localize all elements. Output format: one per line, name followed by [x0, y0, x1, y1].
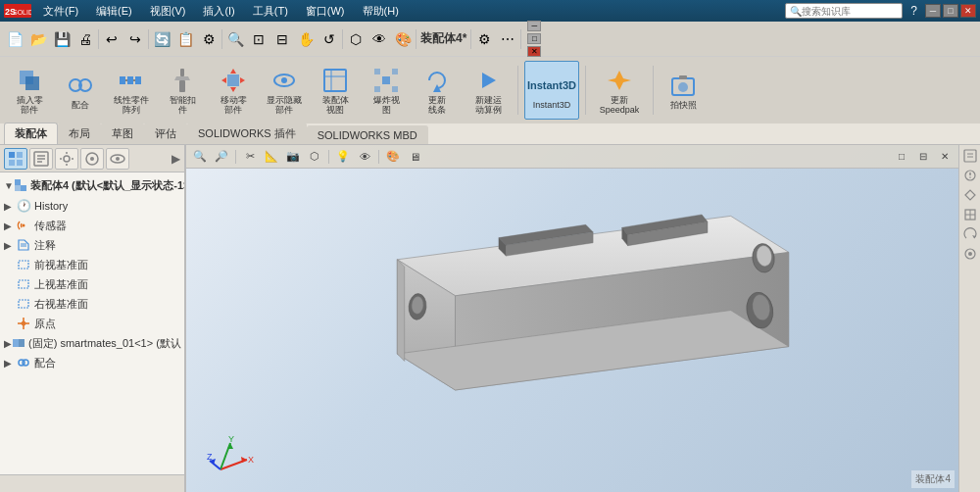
quick-photo-btn[interactable]: 拍快照: [660, 61, 707, 120]
tree-mates[interactable]: ▶ 配合: [0, 353, 184, 372]
vp-sep1: [235, 150, 236, 164]
assem-view-btn[interactable]: 装配体视图: [312, 61, 359, 120]
min2-btn[interactable]: ─: [527, 21, 541, 31]
edit-appearance-btn[interactable]: 🎨: [392, 28, 414, 50]
config-manager-tab[interactable]: [55, 148, 78, 170]
insert-part-btn[interactable]: 插入零部件: [6, 61, 53, 120]
svg-rect-55: [19, 280, 28, 288]
vp-section-btn[interactable]: ✂: [240, 148, 260, 166]
close2-btn[interactable]: ✕: [527, 46, 541, 57]
menu-edit[interactable]: 编辑(E): [90, 2, 138, 21]
tree-history[interactable]: ▶ 🕐 History: [0, 196, 184, 216]
vp-hide-btn[interactable]: 👁: [355, 148, 374, 166]
new-motion-btn[interactable]: 新建运动算例: [465, 61, 512, 120]
menu-file[interactable]: 文件(F): [37, 2, 84, 21]
new-btn[interactable]: 📄: [4, 28, 25, 50]
minimize-button[interactable]: ─: [925, 4, 941, 18]
close-button[interactable]: ✕: [960, 4, 976, 18]
tree-front-plane[interactable]: ▶ 前视基准面: [0, 255, 184, 274]
vp-snapshot-btn[interactable]: 📷: [283, 148, 303, 166]
vp-measure-btn[interactable]: 📐: [262, 148, 281, 166]
rebuild-btn[interactable]: 🔄: [151, 28, 172, 50]
tab-sw-mbd[interactable]: SOLIDWORKS MBD: [307, 125, 428, 144]
move-part-btn[interactable]: 移动零部件: [210, 61, 257, 120]
right-btn-5[interactable]: [961, 225, 979, 243]
svg-rect-25: [382, 76, 390, 84]
feature-manager-tab[interactable]: [4, 148, 27, 170]
tree-annotations[interactable]: ▶ 注释: [0, 235, 184, 255]
right-btn-4[interactable]: [961, 206, 979, 223]
viewport[interactable]: 🔍 🔎 ✂ 📐 📷 ⬡ 💡 👁 🎨 🖥 □ ⊟ ✕: [186, 145, 958, 492]
show-hidden-btn[interactable]: 显示隐藏部件: [261, 61, 308, 120]
tab-sketch[interactable]: 草图: [101, 123, 144, 144]
tree-sensors[interactable]: ▶ 传感器: [0, 216, 184, 235]
window-controls2: ─ □ ✕: [523, 28, 545, 50]
max2-btn[interactable]: □: [527, 33, 541, 44]
svg-rect-60: [13, 339, 19, 347]
match-btn[interactable]: 配合: [57, 61, 104, 120]
options-btn[interactable]: ⚙: [198, 28, 220, 50]
help-icon[interactable]: ?: [910, 4, 917, 18]
zoom-area-btn[interactable]: ⊟: [271, 28, 293, 50]
vp-display-btn[interactable]: ⬡: [305, 148, 324, 166]
instant3d-btn[interactable]: Instant3D Instant3D: [524, 61, 579, 120]
tree-smartmates[interactable]: ▶ (固定) smartmates_01<1> (默认 <<: [0, 333, 184, 353]
more-btn[interactable]: ⋯: [497, 28, 518, 50]
tree-right-plane[interactable]: ▶ 右视基准面: [0, 294, 184, 314]
vp-color-btn[interactable]: 🎨: [383, 148, 403, 166]
tab-evaluate[interactable]: 评估: [144, 123, 187, 144]
vp-controls1[interactable]: □: [892, 148, 911, 166]
restore-button[interactable]: □: [943, 4, 958, 18]
menu-window[interactable]: 窗口(W): [300, 2, 351, 21]
update-speedpak-btn[interactable]: 更新Speedpak: [592, 61, 647, 120]
search-input[interactable]: [802, 6, 890, 17]
dim-expert-tab[interactable]: [80, 148, 104, 170]
menu-tools[interactable]: 工具(T): [247, 2, 294, 21]
display-manager-tab[interactable]: [106, 148, 129, 170]
right-btn-6[interactable]: [961, 245, 979, 263]
vp-controls3[interactable]: ✕: [935, 148, 955, 166]
right-btn-3[interactable]: [961, 186, 979, 204]
menu-help[interactable]: 帮助(H): [357, 2, 405, 21]
vp-zoom-btn[interactable]: 🔎: [212, 148, 231, 166]
update-lines-btn[interactable]: 更新线条: [414, 61, 461, 120]
property-manager-tab[interactable]: [29, 148, 53, 170]
vp-scene-btn[interactable]: 🖥: [405, 148, 424, 166]
right-plane-label: 右视基准面: [34, 297, 88, 312]
sep3: [221, 29, 222, 49]
right-btn-1[interactable]: [961, 147, 979, 165]
file-props-btn[interactable]: 📋: [174, 28, 196, 50]
tree-origin[interactable]: ▶ 原点: [0, 314, 184, 333]
vp-controls2[interactable]: ⊟: [913, 148, 933, 166]
print-btn[interactable]: 🖨: [74, 28, 96, 50]
zoom-select-btn[interactable]: 🔍: [224, 28, 246, 50]
undo-btn[interactable]: ↩: [101, 28, 122, 50]
open-btn[interactable]: 📂: [27, 28, 49, 50]
right-btn-2[interactable]: [961, 167, 979, 184]
pan-btn[interactable]: ✋: [295, 28, 317, 50]
vp-light-btn[interactable]: 💡: [333, 148, 353, 166]
rotate-btn[interactable]: ↺: [318, 28, 340, 50]
display-style-btn[interactable]: ⬡: [345, 28, 367, 50]
explode-btn[interactable]: 爆炸视图: [363, 61, 410, 120]
smartmates-label: (固定) smartmates_01<1> (默认 <<: [28, 336, 184, 351]
menu-view[interactable]: 视图(V): [144, 2, 192, 21]
hide-show-btn[interactable]: 👁: [368, 28, 390, 50]
redo-btn[interactable]: ↪: [124, 28, 146, 50]
front-plane-icon: [16, 257, 31, 272]
zoom-fit-btn[interactable]: ⊡: [248, 28, 270, 50]
panel-expand-btn[interactable]: ▶: [172, 152, 180, 166]
tab-layout[interactable]: 布局: [58, 123, 101, 144]
smart-fastener-btn[interactable]: 智能扣件: [159, 61, 206, 120]
tab-assembly[interactable]: 装配体: [4, 123, 58, 144]
linear-pattern-btn[interactable]: 线性零件阵列: [108, 61, 155, 120]
tab-sw-plugins[interactable]: SOLIDWORKS 插件: [187, 123, 307, 144]
menu-insert[interactable]: 插入(I): [197, 2, 240, 21]
gear-btn[interactable]: ⚙: [473, 28, 495, 50]
vp-zoom-select-btn[interactable]: 🔍: [190, 148, 210, 166]
search-box[interactable]: 🔍: [785, 3, 903, 19]
tree-top-plane[interactable]: ▶ 上视基准面: [0, 274, 184, 294]
search-icon: 🔍: [790, 6, 802, 17]
save-btn[interactable]: 💾: [51, 28, 73, 50]
assembly-header[interactable]: ▼ 装配体4 (默认<默认_显示状态-1>): [0, 174, 184, 196]
